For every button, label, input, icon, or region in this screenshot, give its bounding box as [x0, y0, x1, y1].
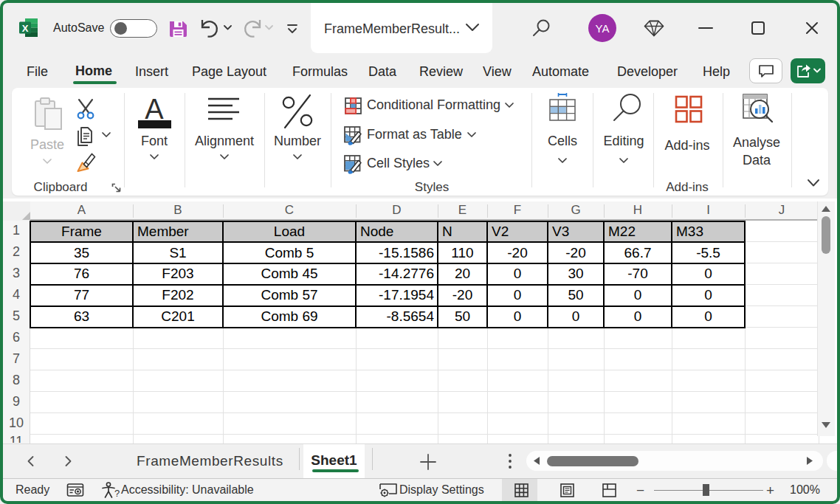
svg-text:X: X: [22, 23, 29, 34]
svg-text:?: ?: [114, 488, 120, 499]
